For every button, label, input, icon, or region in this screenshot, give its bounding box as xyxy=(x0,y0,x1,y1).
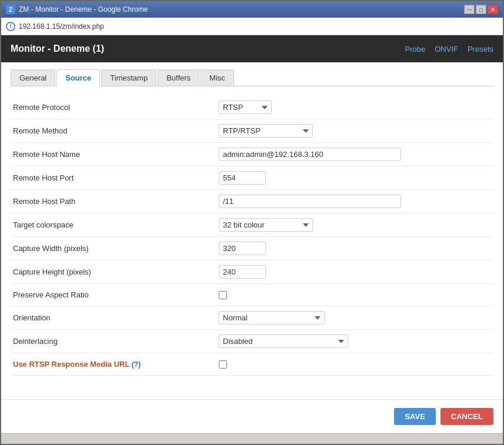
capture-width-label: Capture Width (pixels) xyxy=(13,244,219,253)
remote-protocol-select[interactable]: RTSP HTTP xyxy=(219,101,272,114)
preserve-aspect-ratio-row: Preserve Aspect Ratio xyxy=(11,284,493,306)
cancel-button[interactable]: CANCEL xyxy=(440,408,493,425)
address-text: 192.168.1.15/zm/index.php xyxy=(19,22,104,31)
buttons-area: SAVE CANCEL xyxy=(1,399,503,433)
app-icon: Z xyxy=(6,5,15,14)
title-bar: Z ZM - Monitor - Deneme - Google Chrome … xyxy=(1,1,503,18)
presets-link[interactable]: Presets xyxy=(468,45,493,53)
status-bar xyxy=(1,433,503,444)
remote-method-row: Remote Method RTP/RTSP HTTP/MJPEG xyxy=(11,119,493,143)
target-colorspace-row: Target colorspace 32 bit colour 24 bit c… xyxy=(11,213,493,237)
capture-width-row: Capture Width (pixels) xyxy=(11,237,493,260)
capture-height-input[interactable] xyxy=(219,265,266,279)
remote-host-name-input[interactable] xyxy=(219,148,401,161)
remote-host-path-row: Remote Host Path xyxy=(11,190,493,213)
remote-method-label: Remote Method xyxy=(13,126,219,135)
save-button[interactable]: SAVE xyxy=(394,408,435,425)
main-content: General Source Timestamp Buffers Misc Re… xyxy=(1,62,503,399)
minimize-button[interactable]: ─ xyxy=(464,5,475,14)
remote-host-path-input[interactable] xyxy=(219,195,401,208)
app-header: Monitor - Deneme (1) Probe ONVIF Presets xyxy=(1,35,503,62)
target-colorspace-label: Target colorspace xyxy=(13,220,219,229)
window-controls: ─ □ ✕ xyxy=(464,5,498,14)
preserve-aspect-ratio-label: Preserve Aspect Ratio xyxy=(13,290,219,299)
use-rtsp-checkbox[interactable] xyxy=(219,360,227,369)
window: Z ZM - Monitor - Deneme - Google Chrome … xyxy=(0,0,504,445)
remote-host-name-row: Remote Host Name xyxy=(11,143,493,166)
deinterlacing-select[interactable]: Disabled Enabled Blended xyxy=(219,334,348,348)
tab-general[interactable]: General xyxy=(11,69,55,86)
remote-host-port-label: Remote Host Port xyxy=(13,173,219,182)
remote-method-select[interactable]: RTP/RTSP HTTP/MJPEG xyxy=(219,124,313,138)
capture-height-row: Capture Height (pixels) xyxy=(11,260,493,284)
tab-misc[interactable]: Misc xyxy=(201,69,234,86)
orientation-select[interactable]: Normal Rotate 90° Rotate 180° Rotate 270… xyxy=(219,311,325,324)
deinterlacing-label: Deinterlacing xyxy=(13,337,219,346)
use-rtsp-label: Use RTSP Response Media URL (?) xyxy=(13,360,219,369)
app-content: Monitor - Deneme (1) Probe ONVIF Presets… xyxy=(1,35,503,433)
onvif-link[interactable]: ONVIF xyxy=(435,45,458,53)
window-title: ZM - Monitor - Deneme - Google Chrome xyxy=(19,5,148,14)
remote-host-port-row: Remote Host Port xyxy=(11,166,493,190)
header-links: Probe ONVIF Presets xyxy=(405,45,493,53)
tab-bar: General Source Timestamp Buffers Misc xyxy=(11,69,493,86)
remote-host-port-input[interactable] xyxy=(219,171,266,185)
capture-height-label: Capture Height (pixels) xyxy=(13,267,219,276)
deinterlacing-row: Deinterlacing Disabled Enabled Blended xyxy=(11,330,493,353)
info-icon: i xyxy=(6,22,15,31)
target-colorspace-select[interactable]: 32 bit colour 24 bit colour 8 bit grey xyxy=(219,218,313,232)
probe-link[interactable]: Probe xyxy=(405,45,425,53)
preserve-aspect-ratio-checkbox[interactable] xyxy=(219,291,227,299)
remote-host-path-label: Remote Host Path xyxy=(13,197,219,206)
page-title: Monitor - Deneme (1) xyxy=(11,44,104,54)
tab-buffers[interactable]: Buffers xyxy=(158,69,199,86)
use-rtsp-help[interactable]: (?) xyxy=(132,360,141,369)
orientation-row: Orientation Normal Rotate 90° Rotate 180… xyxy=(11,306,493,330)
capture-width-input[interactable] xyxy=(219,242,266,255)
use-rtsp-row: Use RTSP Response Media URL (?) xyxy=(11,353,493,376)
tab-timestamp[interactable]: Timestamp xyxy=(101,69,156,86)
remote-protocol-row: Remote Protocol RTSP HTTP xyxy=(11,96,493,119)
address-bar: i 192.168.1.15/zm/index.php xyxy=(1,18,503,35)
tab-source[interactable]: Source xyxy=(56,69,100,86)
remote-host-name-label: Remote Host Name xyxy=(13,150,219,159)
orientation-label: Orientation xyxy=(13,313,219,322)
maximize-button[interactable]: □ xyxy=(476,5,486,14)
remote-protocol-label: Remote Protocol xyxy=(13,103,219,112)
close-button[interactable]: ✕ xyxy=(488,5,498,14)
